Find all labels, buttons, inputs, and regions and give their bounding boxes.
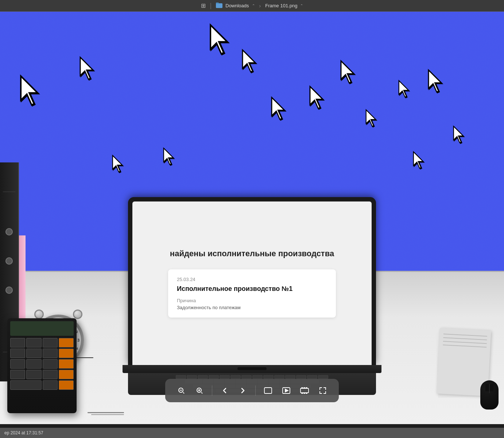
laptop: найдены исполнительные производства 25.0… — [128, 197, 376, 395]
record-title: Исполнительное производство №1 — [177, 285, 327, 293]
record-label: Причина — [177, 298, 327, 303]
statusbar-text: ep 2024 at 17:31:57 — [4, 430, 43, 435]
folder-name[interactable]: Downloads — [225, 3, 249, 8]
calculator — [7, 318, 77, 413]
svg-line-4 — [183, 392, 184, 393]
titlebar: ⊞ | Downloads ⌃ › Frame 101.png ⌃ — [0, 0, 504, 12]
laptop-screen-container: найдены исполнительные производства 25.0… — [128, 197, 376, 365]
cursor-decoration-14 — [162, 147, 179, 166]
cursor-decoration-7 — [308, 85, 330, 110]
laptop-screen-title: найдены исполнительные производства — [170, 249, 334, 258]
prev-button[interactable] — [217, 383, 232, 398]
fullscreen-button[interactable] — [315, 383, 330, 398]
toolbar-divider-1 — [212, 385, 212, 396]
cursor-decoration-4 — [208, 23, 237, 56]
statusbar: ep 2024 at 17:31:57 — [0, 428, 504, 438]
cursor-decoration-8 — [339, 59, 361, 85]
folder-icon — [216, 2, 222, 9]
cursor-decoration-13 — [412, 150, 429, 170]
svg-rect-1 — [216, 3, 219, 4]
cursor-decoration-12 — [452, 125, 469, 144]
laptop-screen: найдены исполнительные производства 25.0… — [132, 201, 372, 365]
image-toolbar — [165, 379, 339, 402]
titlebar-divider: | — [210, 2, 212, 9]
filmstrip-button[interactable] — [297, 383, 312, 398]
main-image-area: 12 3 6 9 1 11 2 10 4 8 5 7 — [0, 12, 504, 424]
svg-rect-13 — [302, 388, 303, 388]
calculator-screen — [10, 321, 74, 336]
fit-window-button[interactable] — [261, 383, 275, 398]
grid-icon[interactable]: ⊞ — [201, 2, 206, 9]
toolbar-divider-2 — [255, 385, 256, 396]
cursor-decoration-11 — [427, 68, 449, 94]
cursor-decoration-2 — [78, 55, 100, 81]
breadcrumb-separator: › — [259, 3, 261, 9]
cursor-decoration-9 — [365, 108, 381, 128]
svg-line-8 — [201, 392, 202, 393]
file-chevron[interactable]: ⌃ — [300, 4, 303, 8]
folder-chevron[interactable]: ⌃ — [252, 4, 255, 8]
svg-rect-18 — [306, 393, 307, 393]
svg-rect-14 — [304, 388, 305, 388]
svg-rect-9 — [264, 388, 272, 393]
svg-rect-17 — [304, 393, 305, 393]
record-card: 25.03.24 Исполнительное производство №1 … — [168, 269, 336, 318]
cursor-decoration-3 — [111, 154, 128, 173]
slideshow-button[interactable] — [279, 383, 294, 398]
svg-marker-11 — [285, 389, 288, 392]
svg-rect-16 — [302, 393, 303, 393]
next-button[interactable] — [236, 383, 250, 398]
cursor-decoration-5 — [241, 48, 263, 74]
computer-mouse — [478, 380, 500, 413]
file-name[interactable]: Frame 101.png — [265, 3, 297, 8]
record-value: Задолженность по платежам — [177, 305, 327, 310]
svg-rect-12 — [301, 388, 309, 393]
calculator-buttons — [10, 338, 74, 390]
cursor-decoration-10 — [398, 79, 414, 99]
pencil-area — [88, 406, 131, 420]
cursor-decoration-6 — [270, 96, 292, 121]
zoom-in-button[interactable] — [192, 383, 207, 398]
record-date: 25.03.24 — [177, 277, 327, 282]
svg-rect-15 — [306, 388, 307, 388]
cursor-decoration-1 — [18, 74, 47, 107]
laptop-base — [123, 365, 381, 373]
zoom-out-button[interactable] — [174, 383, 189, 398]
